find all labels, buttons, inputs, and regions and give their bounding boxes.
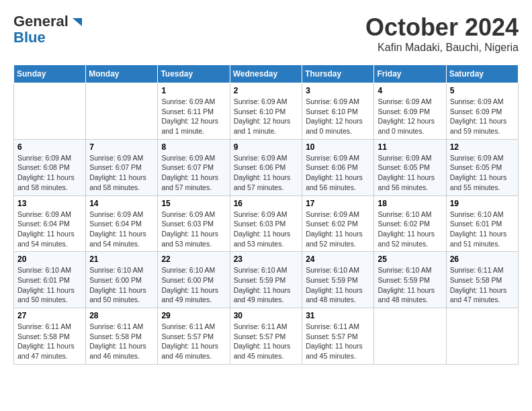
calendar-cell: 20Sunrise: 6:10 AM Sunset: 6:01 PM Dayli… — [14, 252, 86, 308]
day-info: Sunrise: 6:10 AM Sunset: 6:01 PM Dayligh… — [17, 265, 82, 305]
calendar-cell: 8Sunrise: 6:09 AM Sunset: 6:07 PM Daylig… — [158, 139, 230, 195]
day-info: Sunrise: 6:09 AM Sunset: 6:05 PM Dayligh… — [450, 153, 515, 193]
calendar-cell: 4Sunrise: 6:09 AM Sunset: 6:09 PM Daylig… — [374, 83, 446, 140]
title-block: October 2024 Kafin Madaki, Bauchi, Niger… — [365, 13, 519, 54]
calendar-cell: 11Sunrise: 6:09 AM Sunset: 6:05 PM Dayli… — [374, 139, 446, 195]
calendar-cell: 9Sunrise: 6:09 AM Sunset: 6:06 PM Daylig… — [230, 139, 302, 195]
day-info: Sunrise: 6:09 AM Sunset: 6:04 PM Dayligh… — [17, 210, 82, 249]
day-info: Sunrise: 6:09 AM Sunset: 6:10 PM Dayligh… — [306, 97, 370, 136]
calendar-week-3: 13Sunrise: 6:09 AM Sunset: 6:04 PM Dayli… — [14, 195, 519, 252]
day-info: Sunrise: 6:09 AM Sunset: 6:04 PM Dayligh… — [89, 210, 154, 249]
day-number: 17 — [306, 199, 370, 208]
calendar-cell: 12Sunrise: 6:09 AM Sunset: 6:05 PM Dayli… — [446, 139, 518, 195]
logo-general: General — [13, 13, 69, 30]
month-year: October 2024 — [365, 13, 519, 42]
weekday-header-saturday: Saturday — [446, 65, 518, 83]
weekday-header-sunday: Sunday — [14, 65, 86, 83]
calendar-cell: 23Sunrise: 6:10 AM Sunset: 5:59 PM Dayli… — [230, 252, 302, 308]
day-number: 25 — [378, 255, 442, 264]
day-number: 22 — [161, 255, 226, 264]
day-info: Sunrise: 6:11 AM Sunset: 5:57 PM Dayligh… — [234, 322, 299, 361]
calendar-cell: 26Sunrise: 6:11 AM Sunset: 5:58 PM Dayli… — [446, 252, 518, 308]
day-number: 2 — [234, 86, 299, 95]
day-info: Sunrise: 6:09 AM Sunset: 6:07 PM Dayligh… — [89, 153, 154, 193]
calendar-cell: 18Sunrise: 6:10 AM Sunset: 6:02 PM Dayli… — [374, 195, 446, 252]
calendar-cell — [446, 308, 518, 365]
calendar-week-5: 27Sunrise: 6:11 AM Sunset: 5:58 PM Dayli… — [14, 308, 519, 365]
location: Kafin Madaki, Bauchi, Nigeria — [365, 42, 519, 54]
weekday-header-tuesday: Tuesday — [158, 65, 230, 83]
day-info: Sunrise: 6:10 AM Sunset: 5:59 PM Dayligh… — [306, 265, 370, 305]
calendar-cell: 22Sunrise: 6:10 AM Sunset: 6:00 PM Dayli… — [158, 252, 230, 308]
day-number: 12 — [450, 142, 515, 152]
calendar-week-2: 6Sunrise: 6:09 AM Sunset: 6:08 PM Daylig… — [14, 139, 519, 195]
day-number: 5 — [450, 86, 515, 95]
day-info: Sunrise: 6:10 AM Sunset: 5:59 PM Dayligh… — [378, 265, 442, 305]
calendar-cell: 24Sunrise: 6:10 AM Sunset: 5:59 PM Dayli… — [302, 252, 374, 308]
day-number: 24 — [306, 255, 370, 264]
calendar-cell — [374, 308, 446, 365]
day-number: 27 — [17, 311, 82, 320]
calendar-cell — [86, 83, 158, 140]
calendar-cell: 1Sunrise: 6:09 AM Sunset: 6:11 PM Daylig… — [158, 83, 230, 140]
calendar-cell: 15Sunrise: 6:09 AM Sunset: 6:03 PM Dayli… — [158, 195, 230, 252]
day-number: 4 — [378, 86, 442, 95]
day-number: 16 — [234, 199, 299, 208]
calendar-cell: 25Sunrise: 6:10 AM Sunset: 5:59 PM Dayli… — [374, 252, 446, 308]
day-info: Sunrise: 6:09 AM Sunset: 6:07 PM Dayligh… — [161, 153, 226, 193]
calendar-cell: 21Sunrise: 6:10 AM Sunset: 6:00 PM Dayli… — [86, 252, 158, 308]
calendar-table: SundayMondayTuesdayWednesdayThursdayFrid… — [13, 64, 519, 365]
day-number: 15 — [161, 199, 226, 208]
calendar-cell: 6Sunrise: 6:09 AM Sunset: 6:08 PM Daylig… — [14, 139, 86, 195]
day-number: 10 — [306, 142, 370, 152]
day-info: Sunrise: 6:10 AM Sunset: 6:00 PM Dayligh… — [89, 265, 154, 305]
calendar-cell: 17Sunrise: 6:09 AM Sunset: 6:02 PM Dayli… — [302, 195, 374, 252]
calendar-cell: 30Sunrise: 6:11 AM Sunset: 5:57 PM Dayli… — [230, 308, 302, 365]
calendar-header-row: SundayMondayTuesdayWednesdayThursdayFrid… — [14, 65, 519, 83]
day-number: 9 — [234, 142, 299, 152]
day-info: Sunrise: 6:11 AM Sunset: 5:58 PM Dayligh… — [89, 322, 154, 361]
day-info: Sunrise: 6:11 AM Sunset: 5:57 PM Dayligh… — [161, 322, 226, 361]
day-number: 30 — [234, 311, 299, 320]
day-info: Sunrise: 6:09 AM Sunset: 6:06 PM Dayligh… — [306, 153, 370, 193]
day-number: 3 — [306, 86, 370, 95]
day-info: Sunrise: 6:09 AM Sunset: 6:09 PM Dayligh… — [378, 97, 442, 136]
calendar-cell: 3Sunrise: 6:09 AM Sunset: 6:10 PM Daylig… — [302, 83, 374, 140]
day-number: 11 — [378, 142, 442, 152]
day-number: 23 — [234, 255, 299, 264]
day-number: 7 — [89, 142, 154, 152]
day-number: 14 — [89, 199, 154, 208]
day-info: Sunrise: 6:09 AM Sunset: 6:11 PM Dayligh… — [161, 97, 226, 136]
day-number: 18 — [378, 199, 442, 208]
day-info: Sunrise: 6:09 AM Sunset: 6:05 PM Dayligh… — [378, 153, 442, 193]
day-number: 26 — [450, 255, 515, 264]
calendar-cell: 5Sunrise: 6:09 AM Sunset: 6:09 PM Daylig… — [446, 83, 518, 140]
day-info: Sunrise: 6:09 AM Sunset: 6:03 PM Dayligh… — [234, 210, 299, 249]
day-info: Sunrise: 6:09 AM Sunset: 6:08 PM Dayligh… — [17, 153, 82, 193]
logo: General Blue — [13, 13, 82, 46]
day-info: Sunrise: 6:10 AM Sunset: 5:59 PM Dayligh… — [234, 265, 299, 305]
calendar-cell: 27Sunrise: 6:11 AM Sunset: 5:58 PM Dayli… — [14, 308, 86, 365]
day-number: 29 — [161, 311, 226, 320]
day-number: 21 — [89, 255, 154, 264]
calendar-cell: 31Sunrise: 6:11 AM Sunset: 5:57 PM Dayli… — [302, 308, 374, 365]
day-info: Sunrise: 6:09 AM Sunset: 6:10 PM Dayligh… — [234, 97, 299, 136]
day-info: Sunrise: 6:10 AM Sunset: 6:00 PM Dayligh… — [161, 265, 226, 305]
day-info: Sunrise: 6:10 AM Sunset: 6:02 PM Dayligh… — [378, 210, 442, 249]
day-info: Sunrise: 6:09 AM Sunset: 6:02 PM Dayligh… — [306, 210, 370, 249]
logo-arrow-icon — [70, 15, 82, 28]
day-info: Sunrise: 6:11 AM Sunset: 5:58 PM Dayligh… — [450, 265, 515, 305]
page-header: General Blue October 2024 Kafin Madaki, … — [13, 13, 519, 54]
day-number: 8 — [161, 142, 226, 152]
day-info: Sunrise: 6:09 AM Sunset: 6:03 PM Dayligh… — [161, 210, 226, 249]
svg-marker-0 — [73, 18, 82, 26]
day-info: Sunrise: 6:11 AM Sunset: 5:57 PM Dayligh… — [306, 322, 370, 361]
calendar-cell: 7Sunrise: 6:09 AM Sunset: 6:07 PM Daylig… — [86, 139, 158, 195]
weekday-header-thursday: Thursday — [302, 65, 374, 83]
calendar-cell — [14, 83, 86, 140]
calendar-week-4: 20Sunrise: 6:10 AM Sunset: 6:01 PM Dayli… — [14, 252, 519, 308]
calendar-cell: 14Sunrise: 6:09 AM Sunset: 6:04 PM Dayli… — [86, 195, 158, 252]
weekday-header-wednesday: Wednesday — [230, 65, 302, 83]
day-number: 13 — [17, 199, 82, 208]
calendar-cell: 16Sunrise: 6:09 AM Sunset: 6:03 PM Dayli… — [230, 195, 302, 252]
